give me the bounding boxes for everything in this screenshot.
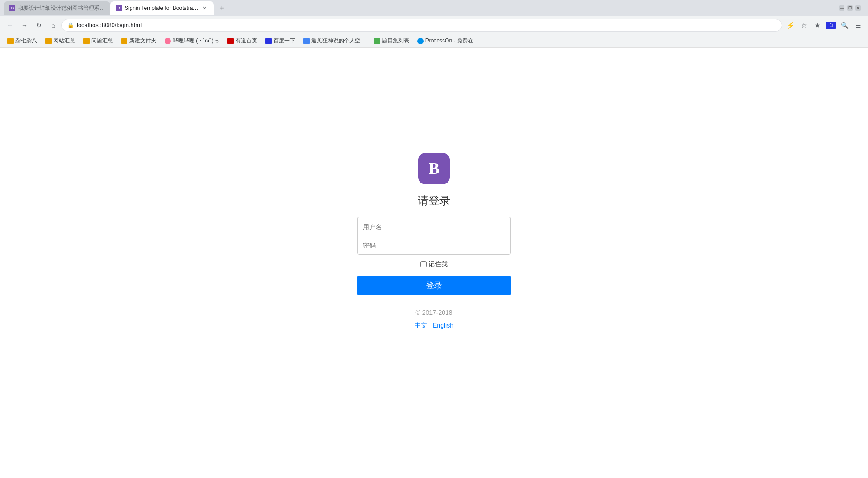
bookmark-folder-icon [121, 38, 127, 44]
toolbar-right: ⚡ ☆ ★ 百 🔍 ☰ [784, 19, 864, 32]
login-button[interactable]: 登录 [357, 276, 511, 295]
new-tab-button[interactable]: + [216, 2, 228, 14]
lang-zh-link[interactable]: 中文 [415, 322, 427, 330]
tab-favicon-inactive: B [9, 5, 15, 11]
bookmark-label: 网站汇总 [53, 37, 75, 45]
extension-icon[interactable]: 百 [825, 19, 837, 32]
window-controls: — ❐ ✕ [839, 5, 861, 11]
restore-button[interactable]: ❐ [847, 5, 853, 11]
tab-inactive[interactable]: B 概要设计详细设计范例图书管理系… [4, 1, 110, 15]
bookmark-site-icon [417, 38, 424, 44]
username-input[interactable] [357, 217, 511, 236]
url-text: localhost:8080/login.html [77, 22, 776, 28]
lang-en-link[interactable]: English [433, 322, 453, 330]
bookmarks-bar: 杂七杂八 网站汇总 问题汇总 新建文件夹 哔哩哔哩 (・´ωﾟ)っ 有道首页 百… [0, 34, 868, 48]
bookmark-websites[interactable]: 网站汇总 [42, 36, 79, 46]
login-title: 请登录 [418, 193, 450, 208]
bookmark-issues[interactable]: 问题汇总 [80, 36, 117, 46]
remember-label: 记住我 [429, 260, 448, 268]
star-icon[interactable]: ☆ [797, 19, 810, 32]
login-container: B 请登录 记住我 登录 © 2017-2018 中文 English [357, 153, 511, 330]
menu-icon[interactable]: ☰ [852, 19, 864, 32]
bookmark-label: 杂七杂八 [15, 37, 37, 45]
bookmark-kuangshen[interactable]: 遇见狂神说的个人空… [300, 36, 369, 46]
bookmark-folder-icon [7, 38, 14, 44]
bookmark-label: 问题汇总 [91, 37, 113, 45]
bookmark-label: ProcessOn - 免费在… [425, 37, 479, 45]
tab-active[interactable]: B Signin Template for Bootstra… ✕ [110, 1, 214, 15]
bookmark-site-icon [227, 38, 234, 44]
browser-chrome: B 概要设计详细设计范例图书管理系… B Signin Template for… [0, 0, 868, 48]
refresh-button[interactable]: ↻ [33, 19, 45, 32]
bookmark-label: 新建文件夹 [129, 37, 156, 45]
bookmark-label: 有道首页 [236, 37, 257, 45]
search-icon[interactable]: 🔍 [838, 19, 851, 32]
password-input[interactable] [357, 236, 511, 255]
bookmark-baidu[interactable]: 百度一下 [262, 36, 299, 46]
star-filled-icon[interactable]: ★ [811, 19, 824, 32]
tab-favicon-active: B [116, 5, 122, 11]
lock-icon: 🔒 [67, 22, 74, 28]
remember-checkbox[interactable] [420, 261, 427, 267]
tab-inactive-label: 概要设计详细设计范例图书管理系… [18, 5, 105, 12]
bookmark-youdao[interactable]: 有道首页 [224, 36, 261, 46]
tab-active-label: Signin Template for Bootstra… [125, 5, 198, 11]
inputs-wrapper [357, 217, 511, 255]
logo-letter: B [429, 159, 439, 178]
baidu-logo: 百 [826, 22, 836, 29]
bookmark-site-icon [374, 38, 380, 44]
bookmark-processon[interactable]: ProcessOn - 免费在… [414, 36, 482, 46]
bookmark-zazaqiba[interactable]: 杂七杂八 [4, 36, 41, 46]
page-content: B 请登录 记住我 登录 © 2017-2018 中文 English [0, 48, 868, 462]
lightning-icon[interactable]: ⚡ [784, 19, 797, 32]
remember-me-container: 记住我 [420, 260, 448, 268]
home-button[interactable]: ⌂ [47, 19, 60, 32]
language-links: 中文 English [415, 322, 453, 330]
bookmark-label: 题目集列表 [382, 37, 409, 45]
bookmark-label: 百度一下 [274, 37, 295, 45]
bookmark-site-icon [303, 38, 310, 44]
title-bar: B 概要设计详细设计范例图书管理系… B Signin Template for… [0, 0, 868, 16]
bookmark-site-icon [165, 38, 171, 44]
bootstrap-logo: B [418, 153, 450, 184]
minimize-button[interactable]: — [839, 5, 844, 11]
bookmark-folder-icon [83, 38, 90, 44]
forward-button[interactable]: → [18, 19, 31, 32]
bookmark-problems[interactable]: 题目集列表 [370, 36, 413, 46]
bookmark-bilibili[interactable]: 哔哩哔哩 (・´ωﾟ)っ [161, 36, 223, 46]
bookmark-folder-icon [45, 38, 52, 44]
bookmark-site-icon [265, 38, 272, 44]
url-bar[interactable]: 🔒 localhost:8080/login.html [61, 19, 782, 32]
copyright-text: © 2017-2018 [415, 309, 452, 316]
close-button[interactable]: ✕ [855, 5, 861, 11]
bookmark-new-folder[interactable]: 新建文件夹 [118, 36, 160, 46]
address-bar: ← → ↻ ⌂ 🔒 localhost:8080/login.html ⚡ ☆ … [0, 16, 868, 34]
bookmark-label: 哔哩哔哩 (・´ωﾟ)っ [173, 37, 219, 45]
bookmark-label: 遇见狂神说的个人空… [311, 37, 366, 45]
back-button[interactable]: ← [4, 19, 16, 32]
tab-close-button[interactable]: ✕ [201, 5, 208, 12]
